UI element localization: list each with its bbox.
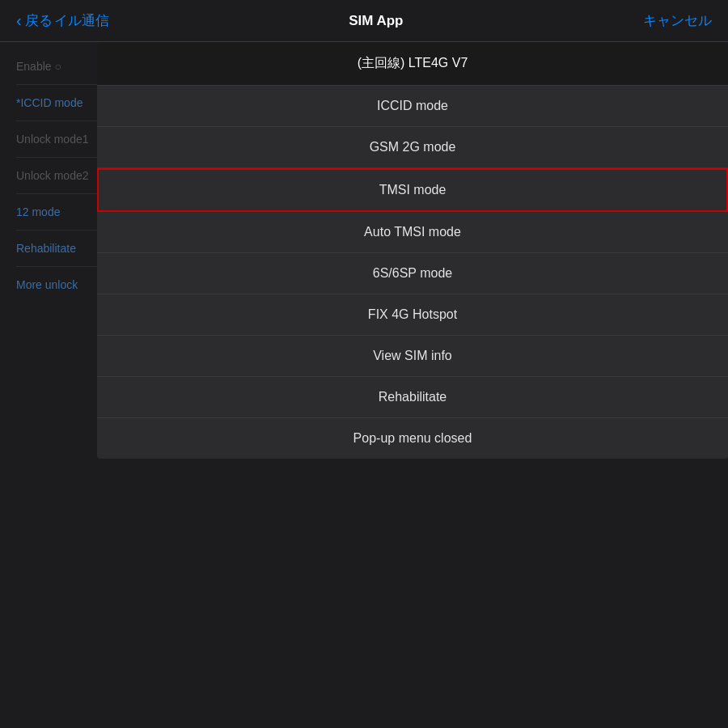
cancel-button[interactable]: キャンセル bbox=[643, 11, 712, 30]
menu-item-label: Pop-up menu closed bbox=[353, 431, 472, 445]
bg-list-item: *ICCID mode bbox=[16, 85, 97, 121]
menu-item-6s-6sp-mode[interactable]: 6S/6SP mode bbox=[97, 253, 728, 294]
menu-item-auto-tmsi-mode[interactable]: Auto TMSI mode bbox=[97, 212, 728, 253]
dropdown-menu: (主回線) LTE4G V7 ICCID mode GSM 2G mode TM… bbox=[97, 42, 728, 459]
menu-item-tmsi-mode[interactable]: TMSI mode bbox=[97, 168, 728, 212]
bg-list-item: Enable ○ bbox=[16, 49, 97, 85]
bg-list-item: More unlock bbox=[16, 267, 97, 303]
menu-item-iccid-mode[interactable]: ICCID mode bbox=[97, 86, 728, 127]
bg-list-item: Unlock mode1 bbox=[16, 121, 97, 158]
bg-list-item: 12 mode bbox=[16, 194, 97, 231]
menu-item-label: TMSI mode bbox=[379, 183, 447, 197]
menu-item-label: GSM 2G mode bbox=[370, 140, 456, 154]
dropdown-header-text: (主回線) LTE4G V7 bbox=[358, 56, 468, 70]
menu-item-label: View SIM info bbox=[373, 349, 452, 362]
back-label: 戻る bbox=[25, 11, 53, 30]
bg-list-item: Unlock mode2 bbox=[16, 158, 97, 194]
navigation-bar: ‹ 戻る イル通信 SIM App キャンセル bbox=[0, 0, 728, 42]
menu-item-label: Rehabilitate bbox=[379, 390, 447, 404]
menu-item-rehabilitate[interactable]: Rehabilitate bbox=[97, 377, 728, 418]
back-context: イル通信 bbox=[54, 11, 109, 30]
menu-item-label: ICCID mode bbox=[377, 99, 448, 112]
back-chevron-icon: ‹ bbox=[16, 11, 22, 30]
menu-item-label: Auto TMSI mode bbox=[364, 225, 461, 239]
dropdown-header: (主回線) LTE4G V7 bbox=[97, 42, 728, 86]
menu-item-label: 6S/6SP mode bbox=[373, 266, 452, 280]
menu-item-fix-4g-hotspot[interactable]: FIX 4G Hotspot bbox=[97, 294, 728, 336]
bg-list-item: Rehabilitate bbox=[16, 231, 97, 267]
menu-item-view-sim-info[interactable]: View SIM info bbox=[97, 336, 728, 377]
menu-item-gsm-2g-mode[interactable]: GSM 2G mode bbox=[97, 127, 728, 168]
back-button[interactable]: ‹ 戻る イル通信 bbox=[16, 11, 109, 30]
nav-title: SIM App bbox=[349, 13, 403, 29]
menu-item-popup-closed[interactable]: Pop-up menu closed bbox=[97, 418, 728, 459]
menu-item-label: FIX 4G Hotspot bbox=[368, 307, 457, 321]
